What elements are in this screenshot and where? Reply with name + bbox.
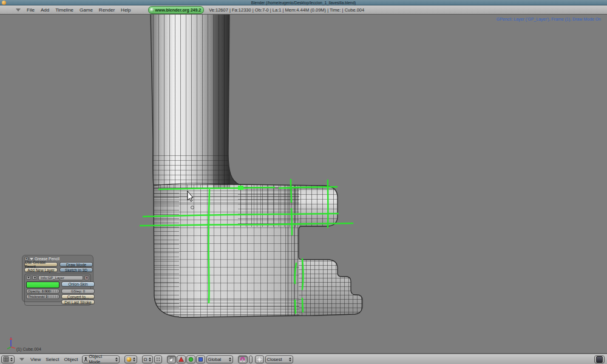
solid-shading-icon xyxy=(126,357,132,362)
layer-name-field[interactable]: Info:GP_Layer xyxy=(38,275,83,280)
onion-skin-button[interactable]: Onion-Skin xyxy=(61,281,95,287)
rotate-manipulator-toggle[interactable] xyxy=(186,356,195,363)
manipulator-toggle[interactable] xyxy=(167,356,176,363)
window-titlebar: Blender (/home/eugenio/Desktop/leccion_1… xyxy=(0,0,607,5)
draw-mode-button[interactable]: Draw Mode xyxy=(59,262,93,267)
scale-icon xyxy=(198,357,203,362)
snap-toggle[interactable] xyxy=(238,356,248,363)
window-title: Blender (/home/eugenio/Desktop/leccion_1… xyxy=(0,0,607,5)
render-image-icon xyxy=(596,356,603,363)
translate-icon xyxy=(178,357,184,362)
menu-file[interactable]: File xyxy=(25,7,36,13)
orientation-dropdown[interactable]: Global xyxy=(206,356,233,363)
menu-game[interactable]: Game xyxy=(78,7,94,13)
snap-vertex-icon xyxy=(257,357,262,362)
slider-handle[interactable] xyxy=(41,295,58,298)
blender-logo-icon xyxy=(150,8,154,12)
layer-color-swatch[interactable] xyxy=(26,281,59,288)
gp-layer-box: Info:GP_Layer ✕ Onion-Skin Opacity: 0.90… xyxy=(24,274,91,306)
gpencil-status-text: GPencil: Layer ('GP_Layer'), Frame (1), … xyxy=(497,17,601,21)
snap-peel-toggle[interactable] xyxy=(249,356,253,363)
layer-visibility-icon[interactable] xyxy=(32,275,37,280)
convert-to-button[interactable]: Convert to... xyxy=(61,294,95,299)
move-centers-toggle[interactable] xyxy=(154,356,162,363)
render-opengl-button[interactable] xyxy=(594,356,605,363)
version-badge[interactable]: www.blender.org 249.2 xyxy=(148,6,205,14)
translate-manipulator-toggle[interactable] xyxy=(177,356,186,363)
draw-type-dropdown[interactable] xyxy=(124,356,137,363)
menu-timeline[interactable]: Timeline xyxy=(54,7,75,13)
dropdown-stepper-icon xyxy=(115,357,118,362)
editor-grid-icon xyxy=(3,356,9,362)
menu-object[interactable]: Object xyxy=(63,357,79,362)
menu-help[interactable]: Help xyxy=(120,7,132,13)
rotate-icon xyxy=(188,357,194,362)
editor-type-button[interactable] xyxy=(1,356,15,363)
layer-delete-icon[interactable]: ✕ xyxy=(84,275,89,280)
viewport-3d[interactable]: GPencil: Layer ('GP_Layer'), Frame (1), … xyxy=(0,15,607,354)
menu-render[interactable]: Render xyxy=(98,7,116,13)
pivot-dropdown[interactable]: Ω xyxy=(142,356,153,363)
gstep-field[interactable]: GStep: 0 xyxy=(61,289,95,294)
hand-icon xyxy=(169,356,174,362)
grease-pencil-panel[interactable]: ✕ Grease Pencil Use Grease Pencil Draw M… xyxy=(22,255,93,302)
dropdown-stepper-icon xyxy=(229,357,231,362)
scale-manipulator-toggle[interactable] xyxy=(196,356,205,363)
add-new-layer-button[interactable]: Add New Layer xyxy=(24,268,58,272)
pivot-point-icon: Ω xyxy=(144,357,148,362)
mode-dropdown[interactable]: Object Mode xyxy=(82,356,120,363)
snap-element-button[interactable] xyxy=(255,356,264,363)
menu-select[interactable]: Select xyxy=(44,357,60,362)
thickness-slider[interactable]: Thickness: 3 xyxy=(26,294,59,299)
magnet-icon xyxy=(240,357,245,362)
center-dots-icon xyxy=(156,357,160,362)
dropdown-stepper-icon xyxy=(133,357,135,362)
del-last-stroke-button[interactable]: Del Last Stroke xyxy=(61,300,95,305)
dropdown-stepper-icon xyxy=(289,357,291,362)
opacity-slider[interactable]: Opacity: 0.900 xyxy=(26,289,59,294)
dropdown-stepper-icon xyxy=(149,357,151,362)
layer-collapse-icon[interactable] xyxy=(26,275,31,280)
dropdown-stepper-icon xyxy=(10,357,13,362)
snap-target-dropdown[interactable]: Closest xyxy=(265,356,293,363)
object-mode-icon xyxy=(84,357,88,362)
active-object-label: (1) Cube.004 xyxy=(16,347,41,351)
blender-window: Blender (/home/eugenio/Desktop/leccion_1… xyxy=(0,0,607,364)
scene-stats: Ve:12607 | Fa:12330 | Ob:7-0 | La:1 | Me… xyxy=(209,7,364,13)
menu-add[interactable]: Add xyxy=(39,7,50,13)
slider-handle[interactable] xyxy=(41,290,58,292)
menu-view[interactable]: View xyxy=(29,357,42,362)
panel-collapse-icon[interactable] xyxy=(30,258,33,260)
grease-pencil-dot xyxy=(238,186,243,190)
viewport-header: View Select Object Object Mode Ω xyxy=(0,354,607,364)
window-manager-icon[interactable] xyxy=(2,1,6,5)
info-header: File Add Timeline Game Render Help www.b… xyxy=(0,5,607,15)
sketch-in-3d-button[interactable]: Sketch in 3D xyxy=(59,268,93,272)
header-collapse-icon[interactable] xyxy=(19,358,24,361)
use-grease-pencil-button[interactable]: Use Grease Pencil xyxy=(24,262,58,267)
header-collapse-icon[interactable] xyxy=(16,8,21,12)
